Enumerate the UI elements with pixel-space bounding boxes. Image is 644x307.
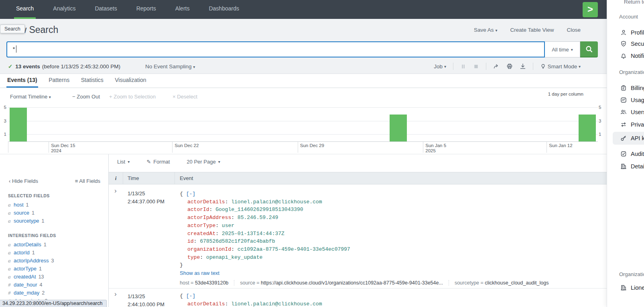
create-table-view-button[interactable]: Create Table View — [510, 27, 554, 33]
json-key[interactable]: organizationId — [187, 246, 231, 252]
json-key[interactable]: type — [187, 254, 200, 260]
search-mode-dropdown[interactable]: Smart Mode ▾ — [540, 63, 581, 70]
nav-item-dashboards[interactable]: Dashboards — [207, 0, 241, 19]
panel-item-billing[interactable]: Billing — [620, 84, 644, 92]
panel-item-details[interactable]: Detai — [620, 162, 644, 171]
panel-item-profile[interactable]: Profil — [620, 28, 644, 37]
event-meta-fields: host = 53de4339120b source = https://api… — [180, 280, 607, 286]
field-link[interactable]: createdAt — [14, 274, 36, 280]
json-value[interactable]: 85.246.59.249 — [238, 215, 278, 221]
json-value[interactable]: lionel.palacin@clickhouse.com — [231, 301, 322, 307]
job-menu-dropdown[interactable]: Job ▾ — [434, 63, 446, 70]
json-key[interactable]: actorId — [187, 207, 209, 213]
json-key[interactable]: id — [187, 238, 194, 244]
events-count: 13 events — [15, 63, 40, 70]
splunk-chevron-logo-icon[interactable]: > — [583, 2, 598, 17]
json-value[interactable]: cc1092aa-8775-459e-9401-33e54ec07997 — [238, 246, 350, 252]
share-icon — [493, 63, 500, 70]
hide-fields-button[interactable]: ‹ Hide Fields — [9, 178, 38, 184]
field-link[interactable]: date_mday — [14, 290, 39, 296]
nav-item-analytics[interactable]: Analytics — [51, 0, 77, 19]
json-value[interactable]: lionel.palacin@clickhouse.com — [231, 199, 322, 205]
json-key[interactable]: actorType — [187, 223, 215, 229]
meta-field-value[interactable]: clickhouse_cloud_audit_logs — [485, 280, 549, 286]
field-link[interactable]: source — [14, 210, 29, 216]
search-button[interactable] — [580, 41, 598, 57]
tab-visualization[interactable]: Visualization — [114, 77, 147, 86]
panel-item-private-endpoints[interactable]: Privat — [620, 120, 644, 129]
pause-job-button — [460, 63, 466, 70]
json-value[interactable]: 678526d582c1f20fac4babfb — [200, 238, 275, 244]
field-item: aactorType1 — [8, 265, 106, 273]
panel-item-audit[interactable]: Audit — [620, 149, 644, 158]
tab-events[interactable]: Events (13) — [6, 77, 38, 88]
panel-item-organization-lionel[interactable]: Lione — [620, 283, 644, 292]
show-raw-text-link[interactable]: Show as raw text — [180, 269, 607, 277]
format-results-button[interactable]: ✎Format — [146, 159, 170, 165]
expand-event-chevron-icon[interactable]: › — [114, 188, 117, 194]
json-line: actorDetails: lionel.palacin@clickhouse.… — [180, 198, 607, 206]
field-link[interactable]: actorId — [14, 250, 30, 256]
time-range-picker[interactable]: All time▾ — [545, 41, 580, 57]
timeline-axis-tick — [298, 142, 298, 153]
field-item: aactorId1 — [8, 249, 106, 257]
panel-item-usage[interactable]: Usag — [620, 96, 644, 104]
json-value[interactable]: openapi_key_update — [206, 254, 262, 260]
panel-item-api-keys[interactable]: API k — [620, 134, 644, 143]
share-job-button[interactable] — [493, 63, 500, 70]
json-key[interactable]: actorDetails — [187, 301, 225, 307]
json-value[interactable]: user — [222, 223, 234, 229]
all-fields-button[interactable]: ≡ All Fields — [75, 178, 100, 184]
format-timeline-dropdown[interactable]: Format Timeline ▾ — [10, 94, 51, 100]
field-link[interactable]: actorDetails — [14, 242, 41, 248]
json-key[interactable]: actorDetails — [187, 199, 225, 205]
export-download-button[interactable] — [520, 63, 526, 70]
nav-item-alerts[interactable]: Alerts — [173, 0, 192, 19]
json-key[interactable]: actorIpAddress — [187, 215, 231, 221]
print-button[interactable] — [506, 63, 513, 70]
expand-event-chevron-icon[interactable]: › — [114, 291, 117, 297]
tab-patterns[interactable]: Patterns — [48, 77, 70, 86]
timeline-bar[interactable] — [579, 115, 596, 141]
per-page-dropdown[interactable]: 20 Per Page▾ — [187, 159, 220, 165]
meta-field-value[interactable]: 53de4339120b — [195, 280, 228, 286]
field-link[interactable]: host — [14, 202, 24, 208]
meta-field: source = https://api.clickhouse.cloud/v1… — [234, 280, 449, 286]
save-as-button[interactable]: Save As ▾ — [474, 27, 497, 33]
event-sampling-dropdown[interactable]: No Event Sampling ▾ — [145, 63, 195, 70]
field-link[interactable]: sourcetype — [14, 218, 39, 224]
timeline-bar[interactable] — [390, 115, 407, 141]
tab-statistics[interactable]: Statistics — [80, 77, 104, 86]
collapse-json-link[interactable]: [-] — [186, 191, 195, 197]
panel-item-notifications[interactable]: Notifi — [620, 51, 644, 60]
pause-icon — [460, 63, 466, 70]
panel-item-security[interactable]: Secur — [620, 39, 644, 48]
field-count: 3 — [51, 258, 54, 264]
field-type-marker: a — [8, 257, 14, 265]
return-to-link[interactable]: Return to — [624, 0, 644, 5]
lightbulb-icon — [540, 63, 546, 70]
meta-field-value[interactable]: https://api.clickhouse.cloud/v1/organiza… — [261, 280, 443, 286]
json-key[interactable]: createdAt — [187, 231, 215, 237]
nav-item-search[interactable]: Search — [14, 0, 36, 19]
field-link[interactable]: actorIpAddress — [14, 258, 49, 264]
nav-item-datasets[interactable]: Datasets — [93, 0, 119, 19]
timeline-plot-area[interactable] — [8, 104, 598, 142]
billing-icon — [620, 85, 627, 91]
screen: Search Analytics Datasets Reports Alerts… — [0, 0, 644, 307]
nav-item-reports[interactable]: Reports — [134, 0, 158, 19]
panel-item-users[interactable]: Users — [620, 108, 644, 117]
field-link[interactable]: date_hour — [14, 282, 37, 288]
search-query-input[interactable]: * — [6, 41, 545, 57]
json-value[interactable]: Google_114602629918513043390 — [215, 207, 303, 213]
events-table: i Time Event › 1/13/252:44:37.000 PM { [… — [109, 172, 607, 307]
json-value[interactable]: 2025-01-13T14:44:37Z — [222, 231, 284, 237]
timeline-bar[interactable] — [10, 108, 27, 141]
zoom-out-button[interactable]: − Zoom Out — [72, 94, 100, 100]
timeline-axis-tick — [546, 142, 547, 153]
collapse-json-link[interactable]: [-] — [186, 293, 195, 299]
close-button[interactable]: Close — [567, 27, 581, 33]
events-qualifier: (before 1/13/25 2:45:32.000 PM) — [42, 63, 120, 70]
field-link[interactable]: actorType — [14, 266, 37, 272]
list-view-dropdown[interactable]: List▾ — [117, 159, 130, 165]
